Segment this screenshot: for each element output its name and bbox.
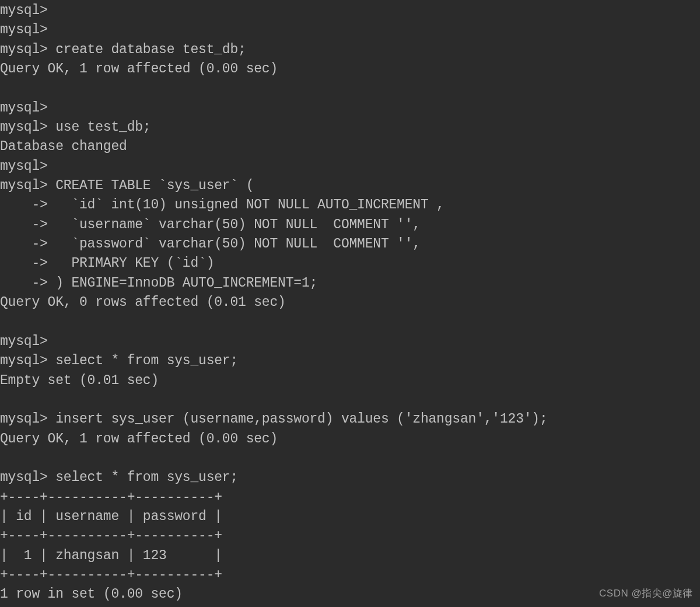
terminal-output[interactable]: mysql> mysql> mysql> create database tes…	[0, 1, 700, 605]
watermark-text: CSDN @指尖@旋律	[599, 587, 693, 601]
